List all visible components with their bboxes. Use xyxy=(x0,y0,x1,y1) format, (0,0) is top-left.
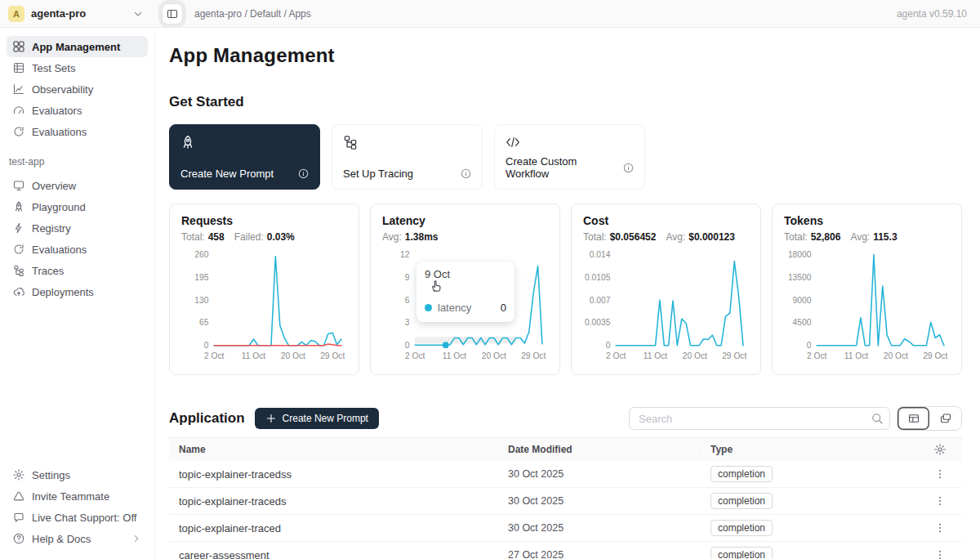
svg-text:0: 0 xyxy=(606,341,611,350)
svg-text:20 Oct: 20 Oct xyxy=(281,351,305,360)
svg-text:0.007: 0.007 xyxy=(590,296,611,305)
sidebar-item-deployments[interactable]: Deployments xyxy=(7,281,148,302)
sidebar-item-settings[interactable]: Settings xyxy=(7,464,148,485)
sidebar-item-overview[interactable]: Overview xyxy=(7,175,148,196)
view-toggle xyxy=(897,406,962,431)
sidebar: App ManagementTest SetsObservabilityEval… xyxy=(0,28,155,559)
sidebar-item-label: Test Sets xyxy=(32,62,75,74)
series-dot xyxy=(425,304,432,311)
observability-icon xyxy=(13,83,24,95)
page-title: App Management xyxy=(169,44,962,67)
svg-text:20 Oct: 20 Oct xyxy=(482,351,506,360)
monitor-icon xyxy=(13,180,24,191)
svg-text:6: 6 xyxy=(405,296,410,305)
dots-icon xyxy=(934,549,946,559)
cloud-icon xyxy=(13,286,24,297)
help-icon xyxy=(13,533,24,544)
search-input[interactable] xyxy=(629,407,890,430)
get-started-card-label: Create Custom Workflow xyxy=(506,155,623,180)
cloud-icon xyxy=(13,286,24,297)
sidebar-item-label: Settings xyxy=(32,469,70,481)
column-header-actions xyxy=(880,444,962,455)
chart-stats: Total:$0.056452Avg:$0.000123 xyxy=(583,231,749,243)
get-started-card-set-up-tracing[interactable]: Set Up Tracing xyxy=(332,124,483,190)
search-icon[interactable] xyxy=(871,413,883,424)
column-header-name: Name xyxy=(169,444,498,455)
table-row-topic-explainer-traced[interactable]: topic-explainer-traced30 Oct 2025complet… xyxy=(169,515,962,542)
table-view-button[interactable] xyxy=(898,407,929,430)
svg-text:20 Oct: 20 Oct xyxy=(683,351,707,360)
svg-text:65: 65 xyxy=(199,318,209,327)
tooltip-series-label: latency xyxy=(438,302,471,314)
svg-text:9: 9 xyxy=(405,273,410,282)
chart-stat-total: Total:458 xyxy=(181,231,225,243)
breadcrumb[interactable]: agenta-pro / Default / Apps xyxy=(194,8,311,20)
sidebar-item-test-sets[interactable]: Test Sets xyxy=(7,57,148,78)
sidebar-item-observability[interactable]: Observability xyxy=(7,78,148,100)
sidebar-item-invite-teammate[interactable]: Invite Teammate xyxy=(7,485,148,507)
table-body: topic-explainer-tracedss30 Oct 2025compl… xyxy=(169,461,962,559)
row-menu-dots-icon[interactable] xyxy=(934,468,946,480)
svg-text:2 Oct: 2 Oct xyxy=(204,351,225,360)
cell-date: 30 Oct 2025 xyxy=(498,495,701,507)
svg-text:4500: 4500 xyxy=(793,318,812,327)
sidebar-item-live-chat-support-off[interactable]: Live Chat Support: Off xyxy=(7,507,148,528)
cell-name: topic-explainer-tracedss xyxy=(169,468,498,481)
sidebar-item-evaluations[interactable]: Evaluations xyxy=(7,121,148,142)
svg-text:11 Oct: 11 Oct xyxy=(644,351,668,360)
sidebar-item-evaluations[interactable]: Evaluations xyxy=(7,239,148,260)
svg-text:29 Oct: 29 Oct xyxy=(923,351,947,360)
row-menu-dots-icon[interactable] xyxy=(934,495,946,507)
application-header-row: Application Create New Prompt xyxy=(169,406,962,431)
table-row-career-assessment[interactable]: career-assessment27 Oct 2025completion xyxy=(169,542,962,559)
svg-text:2 Oct: 2 Oct xyxy=(606,351,626,360)
card-view-button[interactable] xyxy=(929,407,961,430)
table-row-topic-explainer-tracedss[interactable]: topic-explainer-tracedss30 Oct 2025compl… xyxy=(169,461,962,488)
rocket-icon xyxy=(13,201,24,212)
cell-date: 27 Oct 2025 xyxy=(498,549,701,559)
dots-icon xyxy=(934,495,946,507)
chart-title: Requests xyxy=(181,214,347,227)
get-started-card-create-new-prompt[interactable]: Create New Prompt xyxy=(169,124,320,190)
grid-icon xyxy=(13,41,24,52)
sidebar-toggle-button[interactable] xyxy=(162,3,183,25)
cell-actions xyxy=(880,549,962,559)
dots-icon xyxy=(934,522,946,534)
sidebar-item-evaluators[interactable]: Evaluators xyxy=(7,100,148,121)
info-icon xyxy=(461,168,471,179)
row-menu-dots-icon[interactable] xyxy=(934,522,946,534)
chevron-right-icon xyxy=(131,534,141,543)
sidebar-item-help-docs[interactable]: Help & Docs xyxy=(7,528,148,549)
chart-plot-requests: 0651301952602 Oct11 Oct20 Oct29 Oct xyxy=(181,245,347,366)
tree-icon xyxy=(13,265,24,276)
chevright-icon xyxy=(131,534,141,543)
chart-stat-avg: Avg:$0.000123 xyxy=(666,231,735,243)
sidebar-item-registry[interactable]: Registry xyxy=(7,217,148,239)
get-started-card-label-row: Set Up Tracing xyxy=(343,168,471,180)
bolt-icon xyxy=(13,222,24,234)
svg-text:0: 0 xyxy=(204,341,209,350)
row-menu-dots-icon[interactable] xyxy=(934,549,946,559)
sidebar-item-app-management[interactable]: App Management xyxy=(7,36,148,57)
sidebar-item-playground[interactable]: Playground xyxy=(7,196,148,217)
table-settings-gear-icon[interactable] xyxy=(934,444,946,455)
gear-icon xyxy=(13,469,24,481)
sidebar-item-traces[interactable]: Traces xyxy=(7,260,148,281)
get-started-card-create-custom-workflow[interactable]: Create Custom Workflow xyxy=(494,124,645,190)
chart-plot-tokens: 04500900013500180002 Oct11 Oct20 Oct29 O… xyxy=(784,245,950,366)
create-new-prompt-button[interactable]: Create New Prompt xyxy=(255,408,379,429)
cell-actions xyxy=(880,522,962,534)
svg-text:12: 12 xyxy=(400,250,410,259)
table-row-topic-explainer-traceds[interactable]: topic-explainer-traceds30 Oct 2025comple… xyxy=(169,488,962,515)
type-badge: completion xyxy=(710,547,773,559)
get-started-card-label-row: Create New Prompt xyxy=(180,168,309,180)
panel-icon xyxy=(167,8,178,20)
code-icon xyxy=(506,134,634,150)
chart-plot-cost: 00.00350.0070.01050.0142 Oct11 Oct20 Oct… xyxy=(583,245,749,366)
workspace-selector[interactable]: A agenta-pro xyxy=(0,6,155,22)
svg-text:3: 3 xyxy=(405,318,410,327)
chart-stat-total: Total:52,806 xyxy=(784,231,840,243)
hand-cursor-icon xyxy=(430,279,443,293)
cell-type: completion xyxy=(701,466,880,482)
testsets-icon xyxy=(13,62,24,74)
